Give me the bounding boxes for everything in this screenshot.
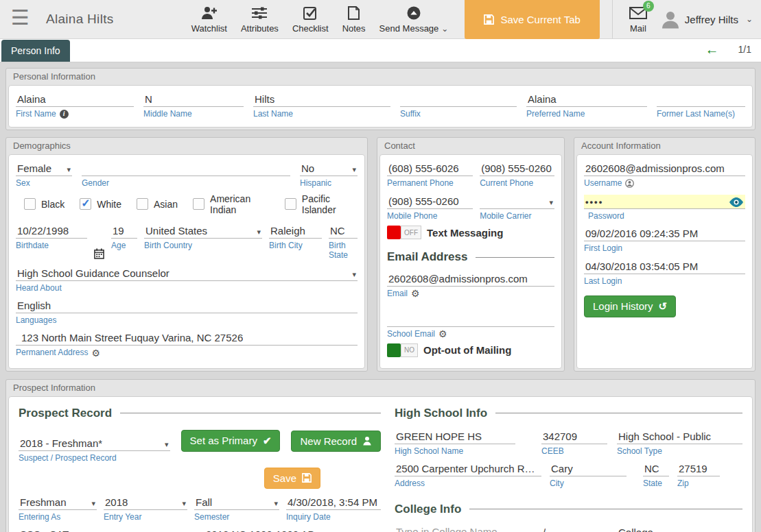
- hs-city-label: City: [550, 479, 627, 488]
- former-last-names-field[interactable]: Former Last Name(s): [657, 93, 745, 119]
- attributes-label: Attributes: [241, 23, 279, 34]
- hs-school-type-field[interactable]: High School - Public School Type: [617, 430, 742, 456]
- tab-person-info[interactable]: Person Info: [1, 40, 70, 62]
- race-checkbox-american-indian[interactable]: American Indian: [193, 193, 270, 215]
- ceeb-field[interactable]: 342709 CEEB: [541, 430, 607, 456]
- last-name-field[interactable]: Hilts Last Name: [253, 93, 390, 119]
- hs-address-field[interactable]: 2500 Carpenter Upchurch Road Address: [395, 462, 541, 488]
- prospect-record-select[interactable]: 2018 - Freshman*▾ Suspect / Prospect Rec…: [19, 437, 170, 463]
- hispanic-select[interactable]: No▾ Hispanic: [300, 162, 358, 188]
- birth-country-select[interactable]: United States▾ Birth Country: [144, 224, 262, 261]
- entry-year-select[interactable]: 2018▾ Entry Year: [104, 496, 187, 522]
- permanent-address-field[interactable]: 123 North Main Street Fuquay Varina, NC …: [16, 331, 358, 357]
- watchlist-button[interactable]: Watchlist: [185, 2, 234, 36]
- checkbox-icon[interactable]: [24, 198, 36, 210]
- race-checkbox-asian[interactable]: Asian: [137, 193, 178, 215]
- username-field[interactable]: 2602608@admissionpros.com Username: [584, 162, 745, 188]
- college-name-field[interactable]: College Name: [395, 526, 515, 532]
- college-school-type-field[interactable]: College School Type: [617, 526, 742, 532]
- prospect-record-column: Prospect Record 2018 - Freshman*▾ Suspec…: [19, 405, 381, 532]
- notes-button[interactable]: Notes: [336, 2, 373, 36]
- high-school-name-field[interactable]: GREEN HOPE HS High School Name: [395, 430, 515, 456]
- previous-record-arrow-icon[interactable]: ←: [705, 43, 719, 56]
- mail-button[interactable]: 6 Mail: [622, 2, 654, 36]
- menu-hamburger-icon[interactable]: ☰: [0, 8, 40, 31]
- permanent-phone-field[interactable]: (608) 555-6026 Permanent Phone: [387, 162, 473, 188]
- gear-icon[interactable]: ⚙: [411, 289, 420, 298]
- hs-school-type-label: School Type: [617, 446, 742, 456]
- gear-icon[interactable]: ⚙: [91, 348, 100, 358]
- send-message-button[interactable]: Send Message⌄: [373, 2, 456, 36]
- notes-label: Notes: [342, 23, 366, 34]
- preferred-name-field[interactable]: Alaina Preferred Name: [526, 93, 647, 119]
- ceeb-fice-field[interactable]: / CEEB/FICE: [541, 526, 607, 532]
- birth-city-field[interactable]: Raleigh Birth City: [269, 224, 322, 261]
- password-field[interactable]: •••• Password: [584, 195, 745, 221]
- opt-out-toggle[interactable]: NO: [387, 343, 418, 357]
- hs-zip-label: Zip: [677, 479, 720, 488]
- origination-select[interactable]: SSS - SAT▾ Origination: [19, 528, 195, 532]
- race-checkbox-black[interactable]: Black: [24, 193, 65, 215]
- hs-zip-field[interactable]: 27519 Zip: [677, 462, 720, 488]
- current-phone-field[interactable]: (908) 555-0260 Current Phone: [480, 162, 554, 188]
- race-checkbox-white[interactable]: White: [80, 193, 121, 215]
- birthdate-field[interactable]: 10/22/1998 Birthdate: [16, 224, 87, 261]
- username-label: Username: [584, 178, 745, 188]
- toggle-no-icon[interactable]: [387, 343, 401, 357]
- languages-field[interactable]: English Languages: [16, 299, 358, 325]
- new-record-button[interactable]: New Record: [291, 431, 381, 452]
- mobile-carrier-select[interactable]: ▾ Mobile Carrier: [480, 195, 554, 221]
- school-email-field[interactable]: School Email⚙: [387, 313, 554, 339]
- hs-state-field[interactable]: NC State: [643, 462, 669, 488]
- college-name-input[interactable]: [395, 526, 515, 532]
- middle-name-field[interactable]: N Middle Name: [143, 93, 244, 119]
- login-history-button[interactable]: Login History↺: [584, 295, 676, 317]
- hs-city-field[interactable]: Cary City: [550, 462, 627, 488]
- race-checkbox-pacific-islander[interactable]: Pacific Islander: [285, 193, 358, 215]
- suffix-field[interactable]: Suffix: [400, 93, 517, 119]
- checkbox-icon[interactable]: [80, 198, 91, 210]
- first-name-field[interactable]: Alaina First Namei: [16, 93, 134, 119]
- heard-about-select[interactable]: High School Guidance Counselor▾ Heard Ab…: [16, 267, 358, 293]
- chevron-down-icon: ⌄: [441, 24, 448, 34]
- checkbox-icon[interactable]: [285, 198, 296, 210]
- middle-name-value[interactable]: N: [145, 93, 152, 105]
- info-icon[interactable]: i: [60, 110, 69, 119]
- birth-state-field[interactable]: NC Birth State: [329, 224, 358, 261]
- app-root: ☰ Alaina Hilts Watchlist Attributes Chec…: [0, 0, 761, 532]
- top-header: ☰ Alaina Hilts Watchlist Attributes Chec…: [0, 0, 761, 39]
- account-information-title: Account Information: [574, 138, 755, 154]
- save-current-tab-button[interactable]: Save Current Tab: [465, 0, 599, 39]
- header-rule: [495, 413, 742, 413]
- semester-select[interactable]: Fall▾ Semester: [194, 496, 279, 522]
- mobile-phone-field[interactable]: (908) 555-0260 Mobile Phone: [387, 195, 473, 221]
- toggle-off-icon[interactable]: [387, 226, 401, 239]
- sex-select[interactable]: Female▾ Sex: [16, 162, 72, 188]
- email-field[interactable]: 2602608@admissionpros.com Email⚙: [387, 272, 554, 298]
- last-name-value[interactable]: Hilts: [255, 93, 274, 105]
- user-menu[interactable]: Jeffrey Hilts ⌄: [654, 10, 761, 29]
- show-password-eye-icon[interactable]: [729, 197, 744, 207]
- save-button[interactable]: Save: [264, 468, 320, 489]
- checkbox-icon[interactable]: [193, 198, 204, 210]
- header-rule: [476, 257, 554, 258]
- checklist-button[interactable]: Checklist: [285, 2, 336, 36]
- checkbox-icon[interactable]: [137, 198, 148, 210]
- gear-icon[interactable]: ⚙: [438, 329, 447, 339]
- calendar-icon[interactable]: [94, 224, 104, 261]
- birthdate-label: Birthdate: [16, 241, 87, 250]
- entering-as-select[interactable]: Freshman▾ Entering As: [19, 496, 97, 522]
- set-as-primary-button[interactable]: Set as Primary✔: [181, 430, 281, 452]
- header-toolbar: Watchlist Attributes Checklist Notes: [185, 0, 761, 38]
- first-name-value[interactable]: Alaina: [17, 93, 46, 105]
- preferred-name-value[interactable]: Alaina: [528, 93, 557, 105]
- gender-field[interactable]: Gender: [82, 162, 290, 188]
- origination-subtype-select[interactable]: 2018 NC 1000-1300 AB▾ Origination SubTyp…: [204, 528, 381, 532]
- permanent-phone-label: Permanent Phone: [387, 178, 473, 188]
- last-login-field: 04/30/2018 03:54:05 PM Last Login: [584, 260, 745, 286]
- text-messaging-toggle[interactable]: OFF: [387, 226, 421, 239]
- attributes-button[interactable]: Attributes: [234, 2, 285, 36]
- mail-icon: 6: [629, 5, 647, 21]
- entering-as-label: Entering As: [19, 512, 97, 522]
- inquiry-date-field[interactable]: 4/30/2018, 3:54 PM Inquiry Date: [286, 496, 381, 522]
